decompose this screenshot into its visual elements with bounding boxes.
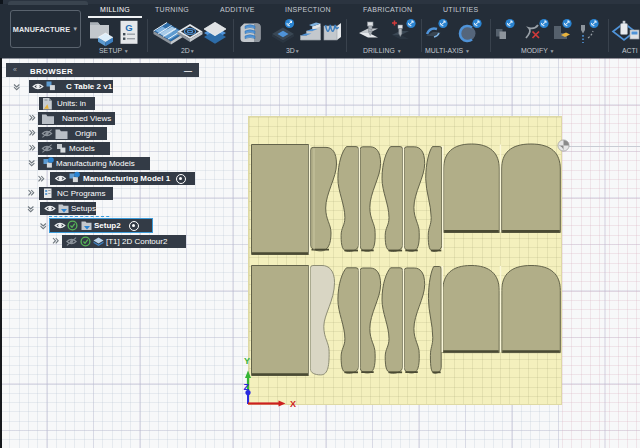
svg-text:G: G xyxy=(125,22,132,33)
svg-text:X: X xyxy=(290,399,296,409)
svg-text:Y: Y xyxy=(244,356,250,366)
